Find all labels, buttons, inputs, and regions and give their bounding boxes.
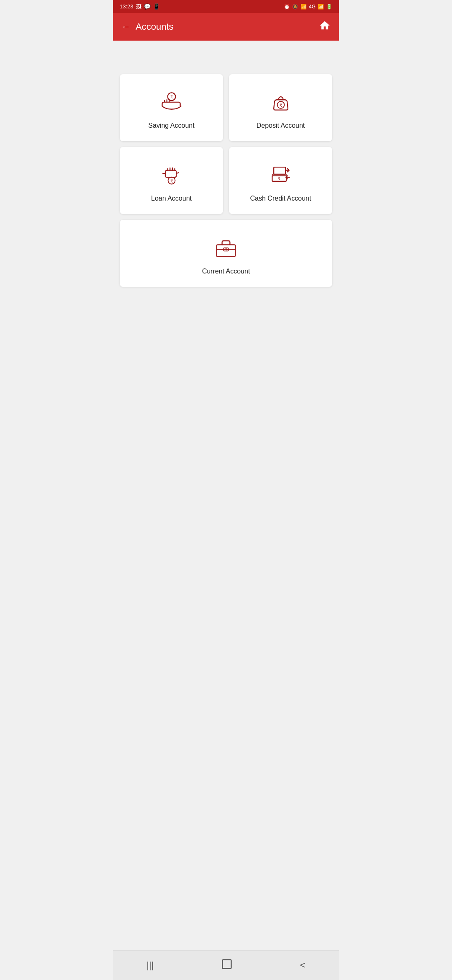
- cash-credit-account-card[interactable]: ₹ Cash Credit Account: [229, 147, 332, 214]
- deposit-account-card[interactable]: ₹ Deposit Account: [229, 74, 332, 141]
- current-account-label: Current Account: [202, 268, 250, 275]
- svg-rect-4: [165, 170, 176, 177]
- status-battery-icon: 🔋: [326, 4, 332, 10]
- app-header: ← Accounts: [113, 13, 339, 41]
- status-wifi-icon: 📶: [300, 4, 307, 10]
- svg-text:₹: ₹: [170, 95, 173, 99]
- home-button[interactable]: [319, 20, 331, 34]
- loan-account-icon: ₹: [159, 162, 184, 188]
- main-content: ₹ Saving Account ₹ Deposit Account: [113, 41, 339, 950]
- svg-text:₹: ₹: [170, 178, 173, 183]
- current-account-card[interactable]: ₹ Current Account: [120, 220, 332, 287]
- loan-account-card[interactable]: ₹ Loan Account: [120, 147, 223, 214]
- deposit-account-icon: ₹: [268, 89, 293, 115]
- top-spacer: [120, 49, 332, 74]
- header-left: ← Accounts: [121, 21, 174, 32]
- status-right: ⏰ 🔕 📶 4G 📶 🔋: [284, 4, 332, 10]
- status-image-icon: 🖼: [136, 3, 141, 10]
- cash-credit-account-icon: ₹: [268, 162, 293, 188]
- home-nav-button[interactable]: [213, 956, 241, 975]
- status-time: 13:23: [120, 3, 134, 10]
- accounts-grid-row1: ₹ Saving Account ₹ Deposit Account: [120, 74, 332, 141]
- status-alarm-icon: ⏰: [284, 4, 290, 10]
- svg-rect-15: [223, 960, 231, 969]
- accounts-grid-row2: ₹ Loan Account ₹: [120, 147, 332, 214]
- svg-text:₹: ₹: [280, 103, 282, 108]
- status-left: 13:23 🖼 💬 📱: [120, 3, 160, 10]
- back-button[interactable]: ←: [121, 22, 131, 31]
- status-message-icon: 💬: [144, 3, 151, 10]
- saving-account-label: Saving Account: [148, 122, 194, 129]
- deposit-account-label: Deposit Account: [257, 122, 305, 129]
- status-signal-icon: 📶: [318, 4, 324, 10]
- loan-account-label: Loan Account: [151, 195, 192, 202]
- status-4g-label: 4G: [309, 4, 316, 10]
- current-account-icon: ₹: [213, 235, 239, 261]
- status-whatsapp-icon: 📱: [153, 3, 160, 10]
- menu-button[interactable]: |||: [138, 957, 162, 973]
- status-mute-icon: 🔕: [292, 4, 298, 10]
- svg-text:₹: ₹: [278, 177, 280, 181]
- saving-account-icon: ₹: [159, 89, 184, 115]
- page-title: Accounts: [136, 21, 174, 32]
- back-nav-button[interactable]: <: [292, 957, 314, 973]
- svg-text:₹: ₹: [225, 247, 227, 251]
- status-bar: 13:23 🖼 💬 📱 ⏰ 🔕 📶 4G 📶 🔋: [113, 0, 339, 13]
- saving-account-card[interactable]: ₹ Saving Account: [120, 74, 223, 141]
- cash-credit-account-label: Cash Credit Account: [250, 195, 311, 202]
- svg-rect-7: [274, 167, 285, 174]
- svg-rect-9: [272, 174, 286, 176]
- bottom-navigation: ||| <: [113, 950, 339, 980]
